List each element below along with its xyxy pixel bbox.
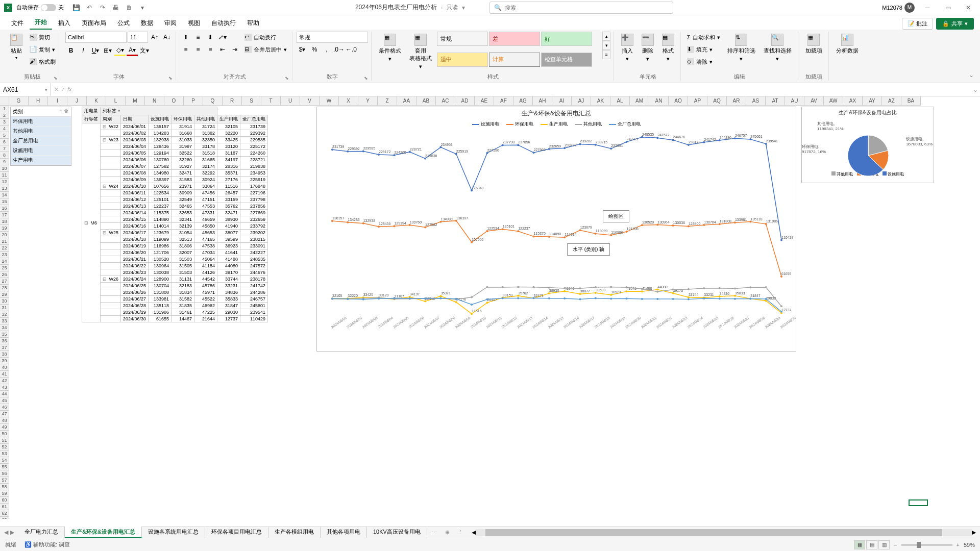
col-header[interactable]: T	[261, 96, 281, 105]
pivot-header[interactable]: 行标签	[82, 115, 101, 123]
pivot-date[interactable]: 2024/06/24	[121, 276, 149, 283]
pivot-week[interactable]	[101, 216, 121, 223]
col-header[interactable]: G	[9, 96, 29, 105]
pivot-header[interactable]: 环保用电	[172, 115, 194, 123]
pivot-date[interactable]: 2024/06/21	[121, 256, 149, 263]
pivot-week[interactable]: ⊟ W25	[101, 230, 121, 236]
pivot-value[interactable]: 36923	[217, 243, 240, 249]
italic-icon[interactable]: I	[78, 45, 89, 56]
row-header[interactable]: 27	[0, 278, 9, 285]
col-header[interactable]: J	[67, 96, 87, 105]
pivot-value[interactable]: 38930	[217, 216, 240, 223]
row-header[interactable]: 10	[0, 165, 9, 172]
pivot-value[interactable]: 128900	[149, 276, 172, 283]
col-header[interactable]: AC	[436, 96, 455, 105]
search-input[interactable]	[505, 5, 669, 11]
row-header[interactable]: 24	[0, 258, 9, 265]
col-header[interactable]: Z	[378, 96, 397, 105]
row-header[interactable]: 59	[0, 490, 9, 497]
indent-decrease-icon[interactable]: ⇤	[217, 44, 228, 55]
font-size-input[interactable]	[128, 32, 148, 43]
pivot-value[interactable]: 122534	[149, 190, 172, 196]
pivot-date[interactable]: 2024/06/15	[121, 216, 149, 223]
clipboard-launcher-icon[interactable]: ⬊	[54, 76, 58, 81]
pivot-value[interactable]: 246757	[240, 296, 268, 303]
insert-cells-button[interactable]: ➕插入▾	[618, 32, 636, 72]
style-calculation[interactable]: 计算	[489, 53, 540, 67]
pivot-value[interactable]: 134283	[149, 130, 172, 137]
pivot-date[interactable]: 2024/06/30	[121, 316, 149, 322]
col-header[interactable]: U	[281, 96, 300, 105]
name-box[interactable]: AX61▾	[0, 83, 51, 96]
pivot-value[interactable]: 32471	[172, 170, 194, 177]
pivot-date[interactable]: 2024/06/28	[121, 303, 149, 309]
pivot-week[interactable]: ⊟ W23	[101, 137, 121, 143]
pivot-value[interactable]: 31927	[172, 163, 194, 170]
pivot-value[interactable]: 132938	[149, 137, 172, 143]
pivot-value[interactable]: 227669	[240, 210, 268, 216]
pivot-value[interactable]: 136397	[149, 177, 172, 183]
pivot-value[interactable]: 176848	[240, 183, 268, 190]
pivot-week[interactable]: ⊟ W26	[101, 276, 121, 283]
font-name-input[interactable]	[65, 32, 127, 43]
col-header[interactable]: AL	[610, 96, 630, 105]
sheet-tab[interactable]: 生产各模组用电	[268, 527, 321, 538]
pivot-value[interactable]: 134980	[149, 170, 172, 177]
pivot-value[interactable]: 123679	[149, 230, 172, 236]
comma-icon[interactable]: ,	[321, 44, 332, 55]
autosave-toggle[interactable]: 自动保存 关	[16, 4, 64, 11]
row-header[interactable]: 20	[0, 232, 9, 238]
row-header[interactable]: 11	[0, 172, 9, 179]
legend-item[interactable]: 其他用电	[575, 121, 602, 128]
pivot-value[interactable]: 41488	[217, 256, 240, 263]
user-account[interactable]: M12078 M	[882, 3, 915, 13]
pivot-value[interactable]: 33159	[217, 196, 240, 203]
legend-item[interactable]: 全厂总用电	[609, 121, 641, 128]
pivot-date[interactable]: 2024/06/05	[121, 150, 149, 157]
pivot-value[interactable]: 27176	[217, 177, 240, 183]
decrease-decimal-icon[interactable]: ←.0	[346, 44, 357, 55]
pivot-value[interactable]: 12737	[217, 316, 240, 322]
row-header[interactable]: 44	[0, 391, 9, 397]
pivot-value[interactable]: 29030	[217, 309, 240, 316]
col-header[interactable]: AM	[630, 96, 649, 105]
pivot-value[interactable]: 31583	[172, 177, 194, 183]
autosum-button[interactable]: Σ自动求和 ▾	[685, 32, 722, 43]
row-header[interactable]: 39	[0, 358, 9, 364]
row-header[interactable]: 41	[0, 371, 9, 378]
pivot-date[interactable]: 2024/06/27	[121, 296, 149, 303]
pivot-week[interactable]	[101, 143, 121, 150]
drill-icon[interactable]: ⊟	[103, 124, 108, 129]
pivot-date[interactable]: 2024/06/16	[121, 223, 149, 230]
slicer-item[interactable]: 生产用电	[11, 156, 71, 165]
row-header[interactable]: 23	[0, 252, 9, 258]
addins-button[interactable]: ▦加载项	[802, 32, 825, 72]
pivot-week[interactable]	[101, 196, 121, 203]
pivot-week[interactable]	[101, 256, 121, 263]
pivot-date[interactable]: 2024/06/03	[121, 137, 149, 143]
percent-icon[interactable]: %	[309, 44, 320, 55]
pivot-week[interactable]	[101, 203, 121, 210]
row-header[interactable]: 45	[0, 397, 9, 404]
pivot-value[interactable]: 107656	[149, 183, 172, 190]
pivot-value[interactable]: 21644	[194, 316, 217, 322]
tab-home[interactable]: 开始	[30, 16, 52, 30]
col-header[interactable]: Q	[203, 96, 223, 105]
styles-more-icon[interactable]: ≡	[602, 50, 610, 59]
col-header[interactable]: P	[184, 96, 203, 105]
pivot-value[interactable]: 32105	[217, 123, 240, 130]
slicer-clear-icon[interactable]: 🗑	[64, 108, 69, 114]
pivot-value[interactable]: 31997	[172, 143, 194, 150]
pivot-value[interactable]: 32174	[194, 163, 217, 170]
increase-font-icon[interactable]: A↑	[149, 32, 160, 43]
tab-view[interactable]: 视图	[183, 17, 205, 30]
chart-pie-share[interactable]: 生产&环保&设备用电占比 其他用电, 1198341, 21% 环保用电, 91…	[801, 107, 934, 183]
pivot-week[interactable]	[101, 163, 121, 170]
col-header[interactable]: AG	[513, 96, 533, 105]
pivot-week[interactable]	[101, 289, 121, 296]
pivot-value[interactable]: 44126	[194, 269, 217, 276]
row-header[interactable]: 7	[0, 145, 9, 152]
row-header[interactable]: 15	[0, 198, 9, 205]
style-normal[interactable]: 常规	[437, 32, 488, 46]
pivot-date[interactable]: 2024/06/12	[121, 196, 149, 203]
